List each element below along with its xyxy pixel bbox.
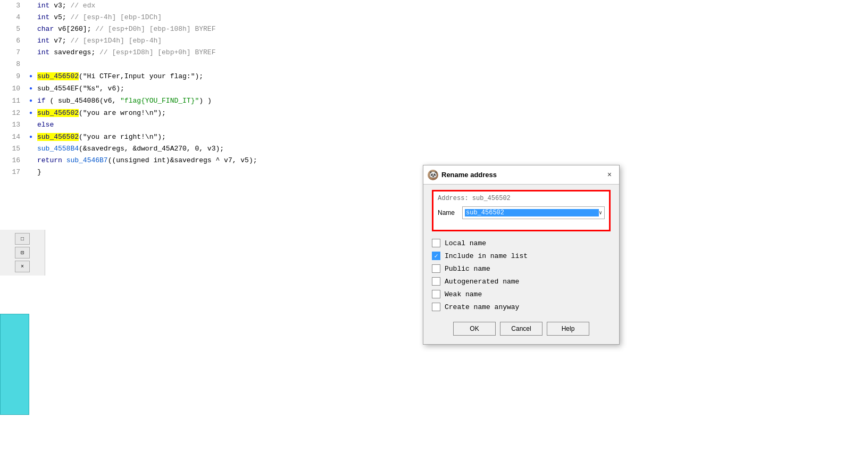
table-row: 3int v3; // edx: [0, 0, 257, 12]
checkbox-local_name[interactable]: [432, 239, 440, 247]
dialog-title: Rename address: [441, 171, 604, 179]
dialog-title-bar: 🐼 Rename address ×: [423, 165, 619, 185]
name-field-label: Name: [438, 209, 458, 216]
checkbox-weak_name[interactable]: [432, 290, 440, 298]
checkbox-row-create_anyway: Create name anyway: [432, 303, 611, 311]
checkbox-row-weak_name: Weak name: [432, 290, 611, 298]
checkbox-row-public_name: Public name: [432, 264, 611, 273]
teal-panel: [0, 314, 29, 415]
table-row: 10●sub_4554EF("%s", v6);: [0, 82, 257, 95]
checkbox-label-include_name_list: Include in name list: [445, 252, 528, 260]
breakpoint-dot: ●: [29, 86, 32, 91]
breakpoint-dot: ●: [29, 98, 32, 104]
checkboxes-area: Local name✓Include in name listPublic na…: [432, 237, 611, 313]
table-row: 6int v7; // [esp+1D4h] [ebp-4h]: [0, 35, 257, 47]
checkbox-row-include_name_list: ✓Include in name list: [432, 252, 611, 260]
name-input-container[interactable]: sub_456502 ∨: [462, 206, 605, 219]
table-row: 14● sub_456502("you are right!\n");: [0, 131, 257, 143]
table-row: 15sub_4558B4(&savedregs, &dword_45A270, …: [0, 143, 257, 155]
table-row: 11●if ( sub_454086(v6, "flag{YOU_FIND_IT…: [0, 95, 257, 107]
checkbox-label-local_name: Local name: [445, 239, 486, 247]
name-row: Name sub_456502 ∨: [438, 206, 605, 219]
checkbox-row-autogenerated: Autogenerated name: [432, 277, 611, 286]
checkbox-label-weak_name: Weak name: [445, 290, 482, 298]
table-row: 13else: [0, 119, 257, 131]
checkbox-label-autogenerated: Autogenerated name: [445, 278, 519, 286]
help-button[interactable]: Help: [547, 322, 589, 336]
sidebar-btn-square[interactable]: □: [15, 233, 30, 245]
breakpoint-dot: ●: [29, 134, 32, 140]
highlight-box: Address: sub_456502 Name sub_456502 ∨: [432, 190, 611, 231]
checkbox-public_name[interactable]: [432, 264, 440, 273]
checkbox-create_anyway[interactable]: [432, 303, 440, 311]
breakpoint-dot: ●: [29, 110, 32, 116]
dialog-close-button[interactable]: ×: [604, 170, 615, 180]
name-input-value[interactable]: sub_456502: [465, 209, 599, 216]
dialog-buttons: OK Cancel Help: [432, 322, 611, 336]
checkbox-include_name_list[interactable]: ✓: [432, 252, 440, 260]
table-row: 5char v6[260]; // [esp+D0h] [ebp-108h] B…: [0, 23, 257, 35]
cancel-button[interactable]: Cancel: [500, 322, 542, 336]
checkbox-autogenerated[interactable]: [432, 277, 440, 286]
sidebar-btn-close[interactable]: ×: [15, 261, 30, 272]
checkbox-label-public_name: Public name: [445, 265, 490, 273]
dialog-icon: 🐼: [428, 170, 438, 180]
left-sidebar: □ ⊡ ×: [0, 230, 45, 276]
table-row: 12● sub_456502("you are wrong!\n");: [0, 107, 257, 119]
name-dropdown-arrow[interactable]: ∨: [599, 210, 602, 216]
table-row: 4int v5; // [esp-4h] [ebp-1DCh]: [0, 12, 257, 23]
table-row: 16return sub_4546B7((unsigned int)&saved…: [0, 155, 257, 166]
address-row: Address: sub_456502: [438, 195, 605, 202]
address-label-text: Address: sub_456502: [438, 195, 511, 202]
checkbox-row-local_name: Local name: [432, 239, 611, 247]
breakpoint-dot: ●: [29, 73, 32, 79]
rename-dialog: 🐼 Rename address × Address: sub_456502 N…: [423, 165, 620, 345]
table-row: 7int savedregs; // [esp+1D8h] [ebp+0h] B…: [0, 47, 257, 59]
sidebar-btn-grid[interactable]: ⊡: [15, 247, 30, 258]
table-row: 8: [0, 59, 257, 70]
dialog-body: Address: sub_456502 Name sub_456502 ∨ Lo…: [423, 185, 619, 344]
table-row: 17}: [0, 166, 257, 178]
ok-button[interactable]: OK: [453, 322, 496, 336]
table-row: 9●sub_456502("Hi CTFer,Input your flag:"…: [0, 70, 257, 82]
checkbox-label-create_anyway: Create name anyway: [445, 303, 519, 311]
